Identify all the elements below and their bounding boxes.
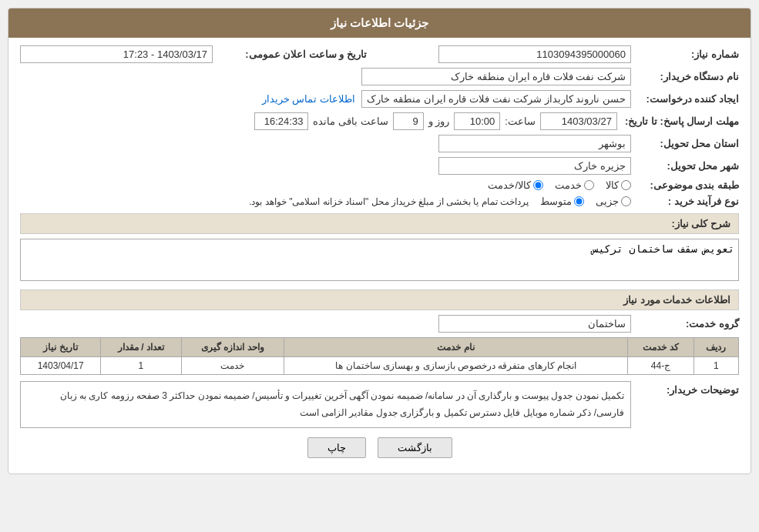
radio-motavasset-label: متوسط <box>540 196 572 207</box>
main-card: جزئیات اطلاعات نیاز شماره نیاز: 11030943… <box>8 8 751 474</box>
table-cell-kodKhadamat: ج-44 <box>628 357 694 375</box>
mohlat-row: مهلت ارسال پاسخ: تا تاریخ: 1403/03/27 سا… <box>20 112 739 130</box>
shahr-row: شهر محل تحویل: جزیره خارک <box>20 157 739 175</box>
namDastgah-value: شرکت نفت فلات قاره ایران منطقه خارک <box>361 68 631 85</box>
table-cell-radif: 1 <box>694 357 738 375</box>
radio-joze-label: جزیی <box>596 196 619 207</box>
mohlatDate-value: 1403/03/27 <box>540 112 617 130</box>
button-row: بازگشت چاپ <box>20 437 739 466</box>
groupeKhadamat-label: گروه خدمت: <box>631 318 739 330</box>
sharhKolli-container: تعویض سقف ساختمان ترکیس <box>20 239 739 283</box>
tabaghe-label: طبقه بندی موضوعی: <box>631 179 739 191</box>
ijadKonande-row: ایجاد کننده درخواست: حسن ناروند کاربداز … <box>20 90 739 108</box>
col-kodKhadamat: کد خدمت <box>628 338 694 357</box>
tosihate-label: توضیحات خریدار: <box>631 381 739 396</box>
services-table: ردیف کد خدمت نام خدمت واحد اندازه گیری ت… <box>20 337 739 375</box>
namDastgah-row: نام دستگاه خریدار: شرکت نفت فلات قاره ای… <box>20 68 739 85</box>
shomareNiaz-row: شماره نیاز: 1103094395000060 تاریخ و ساع… <box>20 45 739 63</box>
tosihate-row: توضیحات خریدار: تکمیل نمودن جدول پیوست و… <box>20 381 739 428</box>
noeFarayand-radio-group: جزیی متوسط <box>540 196 631 207</box>
col-tedadMeghdad: تعداد / مقدار <box>101 338 181 357</box>
radio-kala: کالا <box>606 179 631 191</box>
radio-kala-khadamat: کالا/خدمت <box>488 179 543 191</box>
shomareNiaz-label: شماره نیاز: <box>631 49 739 60</box>
mohlatTime-value: 10:00 <box>454 112 500 130</box>
radio-khadamat-input[interactable] <box>584 180 594 190</box>
col-tarikhNiaz: تاریخ نیاز <box>21 338 101 357</box>
sharhKolli-title-text: شرح کلی نیاز: <box>671 218 730 229</box>
tarikh-value: 1403/03/17 - 17:23 <box>20 45 213 63</box>
noeFarayand-row: نوع فرآیند خرید : جزیی متوسط پرداخت تمام… <box>20 196 739 207</box>
radio-kala-khadamat-input[interactable] <box>533 180 543 190</box>
groupeKhadamat-row: گروه خدمت: ساختمان <box>20 315 739 333</box>
ostan-label: استان محل تحویل: <box>631 138 739 149</box>
header-bar: جزئیات اطلاعات نیاز <box>8 8 751 38</box>
radio-khadamat: خدمت <box>555 179 594 191</box>
groupeKhadamat-value: ساختمان <box>438 315 631 333</box>
radio-kala-khadamat-label: کالا/خدمت <box>488 179 531 191</box>
radio-khadamat-label: خدمت <box>555 179 582 191</box>
shomareNiaz-value: 1103094395000060 <box>438 45 631 63</box>
servicesInfo-title-text: اطلاعات خدمات مورد نیاز <box>623 294 730 306</box>
col-vahedAndaze: واحد اندازه گیری <box>181 338 284 357</box>
noeFarayand-note: پرداخت تمام یا بخشی از مبلغ خریداز محل "… <box>249 196 529 207</box>
roozo-value: 9 <box>393 112 424 130</box>
tosihate-text: تکمیل نمودن جدول پیوست و بارگذاری آن در … <box>60 390 624 418</box>
contactInfo-link[interactable]: اطلاعات تماس خریدار <box>262 93 355 105</box>
ostan-value: بوشهر <box>438 135 631 152</box>
sharhKolli-section-title: شرح کلی نیاز: <box>20 213 739 234</box>
radio-motavasset-input[interactable] <box>574 196 584 206</box>
servicesInfo-section-title: اطلاعات خدمات مورد نیاز <box>20 289 739 310</box>
ijadKonande-value: حسن ناروند کاربداز شرکت نفت فلات قاره ای… <box>361 90 631 108</box>
roozo-label: روز و <box>428 115 450 127</box>
shahr-value: جزیره خارک <box>438 157 631 175</box>
mohlatErsalPasokh-label: مهلت ارسال پاسخ: تا تاریخ: <box>617 115 739 127</box>
back-button[interactable]: بازگشت <box>378 437 452 458</box>
tarikh-label: تاریخ و ساعت اعلان عمومی: <box>213 49 367 60</box>
radio-joze-input[interactable] <box>621 196 631 206</box>
print-button[interactable]: چاپ <box>307 437 366 458</box>
sharhKolli-textarea[interactable]: تعویض سقف ساختمان ترکیس <box>20 239 739 281</box>
tabaghe-row: طبقه بندی موضوعی: کالا خدمت کالا/خدمت <box>20 179 739 191</box>
namDastgah-label: نام دستگاه خریدار: <box>631 71 739 82</box>
col-namKhadamat: نام خدمت <box>284 338 628 357</box>
table-cell-namKhadamat: انجام کارهای متفرقه درخصوص بازسازی و بهس… <box>284 357 628 375</box>
table-row: 1ج-44انجام کارهای متفرقه درخصوص بازسازی … <box>21 357 739 375</box>
header-title: جزئیات اطلاعات نیاز <box>331 16 428 29</box>
saatBaghiMande-value: 16:24:33 <box>254 112 308 130</box>
table-cell-vahedAndaze: خدمت <box>181 357 284 375</box>
tabaghe-radio-group: کالا خدمت کالا/خدمت <box>488 179 631 191</box>
content-area: شماره نیاز: 1103094395000060 تاریخ و ساع… <box>8 38 751 473</box>
radio-kala-input[interactable] <box>621 180 631 190</box>
shahr-label: شهر محل تحویل: <box>631 160 739 172</box>
table-cell-tedadMeghdad: 1 <box>101 357 181 375</box>
radio-joze: جزیی <box>596 196 631 207</box>
ijadKonande-label: ایجاد کننده درخواست: <box>631 93 739 105</box>
tosihate-value: تکمیل نمودن جدول پیوست و بارگذاری آن در … <box>20 381 631 428</box>
page-container: جزئیات اطلاعات نیاز شماره نیاز: 11030943… <box>0 0 759 482</box>
saatBaghiMande-label: ساعت باقی مانده <box>313 115 388 127</box>
col-radif: ردیف <box>694 338 738 357</box>
radio-kala-label: کالا <box>606 179 619 191</box>
noeFarayand-label: نوع فرآیند خرید : <box>631 196 739 207</box>
table-cell-tarikhNiaz: 1403/04/17 <box>21 357 101 375</box>
ostan-row: استان محل تحویل: بوشهر <box>20 135 739 152</box>
radio-motavasset: متوسط <box>540 196 584 207</box>
mohlatTime-label: ساعت: <box>505 115 536 127</box>
